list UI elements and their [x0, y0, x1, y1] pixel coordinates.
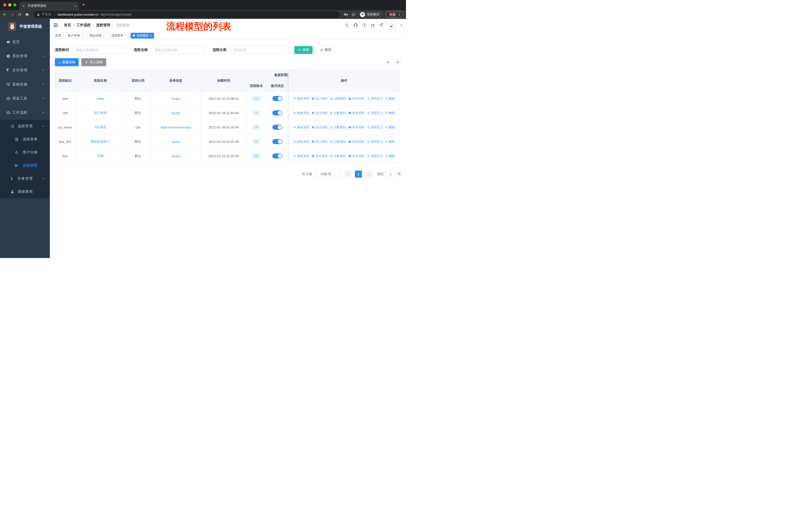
publish-process-link[interactable]: 发布流程	[348, 125, 364, 130]
modify-process-link[interactable]: 修改流程	[293, 154, 309, 158]
minimize-window-button[interactable]	[8, 3, 11, 6]
reload-button[interactable]	[18, 12, 22, 17]
next-page-button[interactable]: ›	[366, 170, 373, 178]
back-button[interactable]	[2, 12, 7, 17]
process-category-select-input[interactable]	[230, 46, 289, 54]
password-key-icon[interactable]	[344, 12, 348, 17]
tag-my-process[interactable]: 我的流程×	[87, 33, 107, 38]
close-icon[interactable]: ×	[150, 34, 151, 37]
sidebar-item-task-mgmt[interactable]: 任务管理	[0, 172, 50, 185]
breadcrumb-workflow[interactable]: 工作流程	[77, 23, 91, 27]
home-button[interactable]	[25, 12, 29, 17]
publish-process-link[interactable]: 发布流程	[348, 97, 364, 101]
design-process-link[interactable]: 设计流程	[312, 111, 327, 115]
assign-rule-link[interactable]: 分配规则	[330, 125, 346, 130]
active-toggle[interactable]	[272, 110, 283, 115]
sidebar-item-pay[interactable]: ¥ 支付管理	[0, 63, 50, 77]
close-tab-icon[interactable]: ×	[75, 4, 77, 8]
sidebar-item-process-model[interactable]: 流程模型	[0, 159, 50, 172]
modify-process-link[interactable]: 修改流程	[293, 97, 309, 101]
github-icon[interactable]	[353, 23, 358, 28]
design-process-link[interactable]: 设计流程	[312, 97, 327, 101]
new-tab-button[interactable]: +	[82, 2, 85, 8]
process-definition-link[interactable]: 流程定义	[367, 111, 383, 115]
browser-tab[interactable]: 芋道管理系统 ×	[19, 2, 79, 10]
sidebar-item-home[interactable]: 首页	[0, 35, 50, 49]
avatar-caret-icon[interactable]: ▼	[400, 24, 403, 26]
active-toggle[interactable]	[272, 125, 283, 130]
sidebar-item-leave-query[interactable]: 请假查询	[0, 185, 50, 198]
avatar[interactable]	[387, 21, 396, 29]
sidebar-item-system[interactable]: 系统管理	[0, 49, 50, 63]
process-definition-link[interactable]: 流程定义	[367, 154, 383, 158]
modify-process-link[interactable]: 修改流程	[293, 125, 309, 130]
delete-link[interactable]: 删除	[385, 111, 395, 115]
process-name-link[interactable]: 自己审批	[94, 111, 107, 115]
show-search-button[interactable]	[384, 59, 392, 66]
prev-page-button[interactable]: ‹	[344, 170, 351, 178]
fullscreen-icon[interactable]	[371, 23, 375, 27]
delete-link[interactable]: 删除	[385, 97, 395, 101]
window-controls[interactable]	[3, 3, 17, 6]
form-info-link[interactable]: biubiu	[171, 97, 180, 101]
delete-link[interactable]: 删除	[385, 140, 395, 144]
close-icon[interactable]: ×	[103, 34, 105, 37]
assign-rule-link[interactable]: 分配规则	[330, 140, 346, 144]
browser-menu-icon[interactable]: ⋮	[398, 12, 401, 17]
page-number-button[interactable]: 1	[355, 170, 362, 178]
process-id-input[interactable]	[72, 46, 126, 54]
active-toggle[interactable]	[272, 154, 283, 159]
font-size-icon[interactable]: TT	[379, 23, 383, 27]
publish-process-link[interactable]: 发布流程	[348, 140, 364, 144]
process-name-link[interactable]: 滔博	[97, 154, 104, 158]
form-info-link[interactable]: biubiu	[171, 111, 180, 115]
browser-update-button[interactable]: 更新 ⋮	[386, 11, 404, 18]
process-name-link[interactable]: OA 请假	[94, 125, 107, 130]
form-info-link[interactable]: biubiu	[171, 154, 180, 158]
tag-process-form[interactable]: 流程表单×	[109, 33, 128, 38]
process-name-link[interactable]: 测试多审批人	[91, 139, 110, 144]
breadcrumb-home[interactable]: 首页	[64, 23, 71, 27]
page-size-select[interactable]: 10条/页	[316, 170, 341, 178]
form-info-link[interactable]: /bpm/oa/leave/create	[161, 126, 191, 129]
process-name-link[interactable]: eeee	[97, 97, 104, 101]
help-icon[interactable]: ?	[362, 23, 367, 27]
tag-tenant[interactable]: 租户管理×	[65, 33, 85, 38]
forward-button[interactable]	[10, 12, 14, 17]
design-process-link[interactable]: 设计流程	[312, 154, 327, 158]
assign-rule-link[interactable]: 分配规则	[330, 111, 346, 115]
active-toggle[interactable]	[272, 96, 283, 101]
assign-rule-link[interactable]: 分配规则	[330, 97, 346, 101]
create-process-button[interactable]: + 新建流程	[55, 58, 79, 66]
process-name-input[interactable]	[151, 46, 205, 54]
active-toggle[interactable]	[272, 139, 283, 144]
design-process-link[interactable]: 设计流程	[312, 140, 327, 144]
publish-process-link[interactable]: 发布流程	[348, 154, 364, 158]
goto-page-input[interactable]	[386, 170, 396, 178]
form-info-link[interactable]: biubiu	[171, 140, 180, 144]
bookmark-star-icon[interactable]	[351, 12, 356, 17]
reset-button[interactable]: 重置	[316, 46, 335, 54]
process-definition-link[interactable]: 流程定义	[367, 97, 383, 101]
import-process-button[interactable]: 导入流程	[81, 58, 106, 66]
breadcrumb-process-mgmt[interactable]: 流程管理	[96, 23, 110, 27]
sidebar-fold-icon[interactable]	[53, 23, 58, 28]
maximize-window-button[interactable]	[13, 3, 17, 6]
modify-process-link[interactable]: 修改流程	[293, 140, 309, 144]
tag-process-model[interactable]: 流程模型×	[130, 33, 154, 38]
close-icon[interactable]: ×	[81, 34, 83, 37]
close-icon[interactable]: ×	[125, 34, 126, 37]
sidebar-item-user-group[interactable]: 用户分组	[0, 146, 50, 159]
publish-process-link[interactable]: 发布流程	[348, 111, 364, 115]
url-bar[interactable]: 不安全 dashboard.yudao.iocoder.cn /bpm/mana…	[33, 11, 340, 18]
close-window-button[interactable]	[3, 3, 6, 6]
process-definition-link[interactable]: 流程定义	[367, 125, 383, 130]
search-button[interactable]: 搜索	[294, 46, 313, 54]
delete-link[interactable]: 删除	[385, 154, 395, 158]
modify-process-link[interactable]: 修改流程	[293, 111, 309, 115]
sidebar-item-process-mgmt[interactable]: 流程管理	[0, 120, 50, 133]
delete-link[interactable]: 删除	[385, 125, 395, 130]
process-definition-link[interactable]: 流程定义	[367, 140, 383, 144]
sidebar-item-infra[interactable]: 基础设施	[0, 77, 50, 91]
process-category-select[interactable]	[230, 46, 289, 54]
